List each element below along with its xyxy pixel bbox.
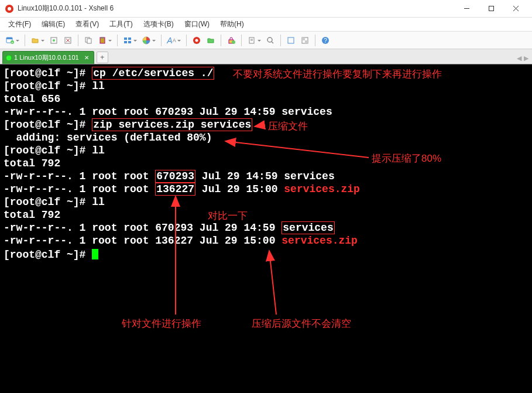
close-button[interactable]	[504, 1, 527, 17]
tab-nav: ◀ ▶	[517, 54, 528, 62]
color-button[interactable]	[140, 34, 153, 47]
copy-button[interactable]	[82, 34, 95, 47]
menu-file[interactable]: 文件(F)	[4, 18, 36, 30]
menu-tools[interactable]: 工具(T)	[105, 18, 137, 30]
connection-indicator-icon	[6, 56, 11, 60]
annotation: 不要对系统文件进行操作要复制下来再进行操作	[233, 68, 442, 81]
find-button[interactable]	[264, 34, 277, 47]
cursor	[92, 249, 98, 259]
svg-point-27	[232, 40, 235, 44]
svg-rect-36	[305, 40, 308, 43]
separator	[315, 35, 315, 46]
disconnect-button[interactable]	[61, 34, 74, 47]
menu-edit[interactable]: 编辑(E)	[37, 18, 70, 30]
paste-button[interactable]	[96, 34, 109, 47]
size-box: 136227	[155, 183, 195, 196]
svg-rect-18	[101, 37, 104, 39]
svg-rect-3	[489, 6, 493, 11]
fullscreen-button[interactable]	[284, 34, 297, 47]
file-box: services	[282, 221, 334, 234]
svg-rect-21	[124, 41, 127, 43]
sessions-button[interactable]	[121, 34, 134, 47]
svg-rect-35	[302, 37, 305, 40]
log-button[interactable]	[245, 34, 258, 47]
separator	[221, 35, 221, 46]
svg-point-31	[267, 37, 272, 42]
tab-label: 1 Linux10期10.0.0.101	[14, 53, 79, 62]
menu-bar: 文件(F) 编辑(E) 查看(V) 工具(T) 选项卡(B) 窗口(W) 帮助(…	[0, 18, 532, 32]
open-button[interactable]	[29, 34, 42, 47]
separator	[241, 35, 242, 46]
toolbar: + AA ?	[0, 32, 532, 49]
menu-window[interactable]: 窗口(W)	[180, 18, 214, 30]
svg-rect-7	[6, 37, 12, 39]
annotation: 针对文件进行操作	[122, 317, 201, 330]
cmd-box: zip services.zip services	[92, 118, 252, 131]
terminal[interactable]: [root@clf ~]# cp /etc/services ./ [root@…	[0, 64, 532, 393]
transparent-button[interactable]	[298, 34, 311, 47]
separator	[78, 35, 78, 46]
xshell-button[interactable]	[190, 34, 203, 47]
annotation: 压缩后源文件不会清空	[252, 317, 351, 330]
maximize-button[interactable]	[479, 1, 503, 17]
lock-button[interactable]	[225, 34, 238, 47]
svg-rect-16	[87, 39, 91, 43]
add-tab-button[interactable]: +	[97, 52, 108, 63]
session-tab[interactable]: 1 Linux10期10.0.0.101 ✕	[2, 51, 94, 64]
svg-rect-19	[124, 37, 127, 40]
svg-rect-20	[128, 37, 131, 40]
tab-close-icon[interactable]: ✕	[84, 54, 89, 61]
menu-view[interactable]: 查看(V)	[71, 18, 104, 30]
new-session-button[interactable]: +	[4, 34, 16, 47]
menu-help[interactable]: 帮助(H)	[215, 18, 249, 30]
svg-rect-33	[288, 37, 294, 43]
svg-line-32	[272, 42, 273, 43]
annotation: 压缩文件	[268, 120, 308, 133]
svg-rect-22	[128, 41, 131, 43]
tab-prev-icon[interactable]: ◀	[517, 54, 521, 62]
minimize-button[interactable]	[455, 1, 478, 17]
separator	[117, 35, 118, 46]
help-button[interactable]: ?	[319, 34, 332, 47]
menu-tabs[interactable]: 选项卡(B)	[139, 18, 179, 30]
svg-text:+: +	[11, 40, 13, 44]
size-box: 670293	[155, 170, 195, 183]
title-bar: Linux10期10.0.0.101 - Xshell 6	[0, 0, 532, 18]
reconnect-button[interactable]	[47, 34, 60, 47]
svg-point-11	[53, 39, 55, 42]
separator	[25, 35, 25, 46]
separator	[161, 35, 162, 46]
annotation: 对比一下	[208, 210, 248, 223]
app-icon	[5, 4, 14, 13]
tab-bar: 1 Linux10期10.0.0.101 ✕ + ◀ ▶	[0, 49, 532, 64]
font-button[interactable]: AA	[165, 34, 178, 47]
svg-text:?: ?	[324, 37, 327, 44]
svg-point-25	[195, 39, 198, 42]
xftp-button[interactable]	[204, 34, 217, 47]
separator	[186, 35, 187, 46]
annotation: 提示压缩了80%	[372, 152, 441, 165]
svg-point-1	[8, 7, 11, 11]
separator	[280, 35, 281, 46]
tab-next-icon[interactable]: ▶	[524, 54, 528, 62]
window-title: Linux10期10.0.0.101 - Xshell 6	[18, 4, 455, 13]
cmd-box: cp /etc/services ./	[92, 67, 214, 80]
